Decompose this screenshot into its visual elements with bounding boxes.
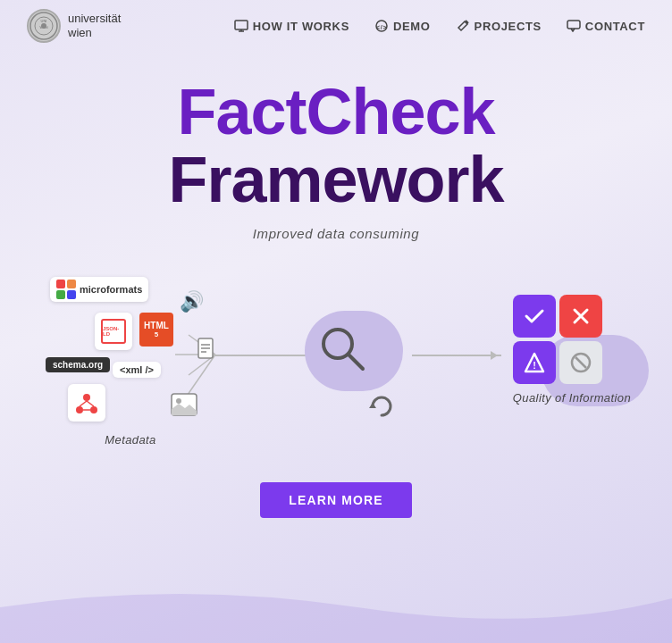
metadata-label: Metadata <box>41 433 220 447</box>
json-ld-box: JSON-LD <box>95 313 132 350</box>
svg-line-29 <box>349 355 363 369</box>
xml-badge: <xml /> <box>113 362 161 378</box>
search-cloud <box>305 311 403 409</box>
logo-image: UNI WIEN <box>27 9 61 43</box>
json-ld-icon: JSON-LD <box>101 319 126 344</box>
search-icon-large <box>318 324 367 381</box>
nav-contact[interactable]: CONTACT <box>567 19 645 33</box>
hero-section: FactCheck Framework Improved data consum… <box>0 52 672 250</box>
quality-circle-cell <box>559 341 602 384</box>
arrow-to-quality <box>412 355 501 356</box>
logo-text: universität wien <box>68 12 121 39</box>
code-icon: </> <box>374 19 389 33</box>
quality-x-cell <box>559 295 602 338</box>
svg-line-23 <box>80 401 87 406</box>
svg-line-35 <box>575 357 586 368</box>
refresh-icon <box>369 394 394 425</box>
svg-line-24 <box>87 401 94 406</box>
document-icon <box>197 338 217 366</box>
nav-how-it-works[interactable]: HOW IT WORKS <box>234 19 349 33</box>
hero-title-line1: FactCheck <box>18 79 654 146</box>
nav-projects[interactable]: PROJECTS <box>456 19 542 33</box>
svg-point-21 <box>76 406 83 413</box>
audio-icon: 🔊 <box>180 290 204 313</box>
schema-org-badge: schema.org <box>46 357 110 372</box>
nav-links: HOW IT WORKS </> DEMO PROJECTS CONTACT <box>234 19 645 33</box>
nav-projects-label: PROJECTS <box>475 20 542 33</box>
navigation: UNI WIEN universität wien HOW IT WORKS <… <box>0 0 672 52</box>
quality-info-cell: ! <box>513 341 556 384</box>
logo[interactable]: UNI WIEN universität wien <box>27 9 121 43</box>
html5-label: HTML <box>144 321 169 330</box>
hero-title-line2: Framework <box>18 146 654 214</box>
quality-label: Quality of Information <box>513 391 631 405</box>
image-icon <box>171 393 197 422</box>
quality-group: ! Quality of Information <box>513 295 631 405</box>
nav-contact-label: CONTACT <box>585 20 645 33</box>
metadata-group: microformats JSON-LD HTML 5 🔊 schema.org… <box>41 268 220 447</box>
nav-demo[interactable]: </> DEMO <box>374 19 431 33</box>
microformats-label: microformats <box>80 284 142 295</box>
wrench-icon <box>456 19 470 33</box>
svg-text:</>: </> <box>376 24 387 30</box>
quality-grid: ! <box>513 295 602 384</box>
diagram-area: microformats JSON-LD HTML 5 🔊 schema.org… <box>41 268 631 473</box>
learn-more-button[interactable]: LEARN MORE <box>260 482 411 518</box>
svg-marker-30 <box>369 403 376 408</box>
rdf-icon <box>74 390 99 415</box>
svg-point-20 <box>83 394 90 401</box>
html5-box: HTML 5 <box>139 313 173 347</box>
hero-subtitle: Improved data consuming <box>18 226 654 241</box>
svg-point-4 <box>41 23 46 29</box>
svg-text:UNI: UNI <box>41 19 47 23</box>
message-icon <box>567 19 581 33</box>
quality-check-cell <box>513 295 556 338</box>
cloud-shape <box>305 311 403 391</box>
svg-text:!: ! <box>533 360 536 371</box>
microformats-badge: microformats <box>50 277 148 302</box>
svg-point-22 <box>90 406 97 413</box>
cta-area: LEARN MORE <box>0 482 672 518</box>
rdf-box <box>68 384 105 422</box>
svg-rect-11 <box>567 21 580 29</box>
microformats-icon <box>56 280 76 299</box>
nav-how-it-works-label: HOW IT WORKS <box>253 20 349 33</box>
nav-demo-label: DEMO <box>393 20 431 33</box>
slides-icon <box>234 19 248 33</box>
bottom-wave <box>0 572 672 643</box>
svg-point-27 <box>176 398 181 404</box>
svg-rect-5 <box>235 21 248 29</box>
